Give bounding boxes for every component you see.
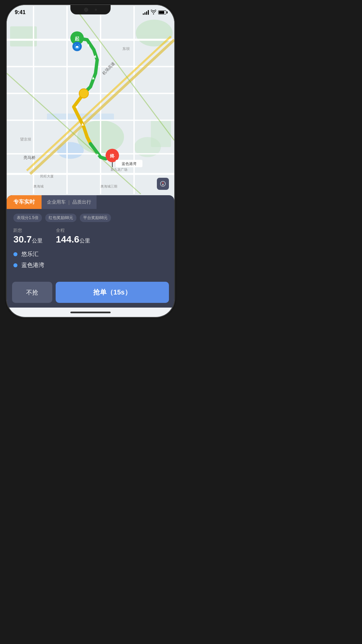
distance-from-label: 距您 [13,227,43,233]
status-icons [143,10,166,15]
svg-text:东坝: 东坝 [122,47,130,51]
origin-name: 悠乐汇 [21,250,39,258]
skip-button[interactable]: 不抢 [12,282,52,303]
signal-icon [143,10,149,15]
home-bar [70,312,111,313]
tab-express[interactable]: 专车实时 [7,195,42,209]
origin-dot [13,252,17,256]
badge-platform: 平台奖励88元 [80,214,111,222]
svg-text:民旺大厦: 民旺大厦 [40,174,54,178]
notch [70,5,111,14]
svg-text:新九龙广场: 新九龙广场 [111,168,127,171]
bottom-panel: 专车实时 企业用车 | 品质出行 表现分1.5倍 红包奖励88元 平台奖励88元 [7,195,174,317]
svg-point-1 [136,20,173,47]
svg-text:奥海城三期: 奥海城三期 [101,184,117,188]
map-area: 机场高速 亮马桥 东坝 望京坝 新九龙广场 民旺大厦 奥海城 奥海城三期 起 [7,5,174,195]
destination-name: 蓝色港湾 [21,261,44,269]
svg-text:望京坝: 望京坝 [20,137,31,141]
destination-dot [13,263,17,267]
distance-total-value: 144.6公里 [56,234,90,245]
badges-row: 表现分1.5倍 红包奖励88元 平台奖励88元 [13,214,168,222]
sensor [95,9,97,11]
screen: 9:41 [7,5,174,317]
wifi-icon [151,10,156,15]
badge-performance: 表现分1.5倍 [13,214,42,222]
tab-bar: 专车实时 企业用车 | 品质出行 [7,195,174,209]
svg-text:奥海城: 奥海城 [34,184,44,188]
distance-from-item: 距您 30.7公里 [13,227,43,245]
front-camera [84,8,88,12]
svg-text:蓝色港湾: 蓝色港湾 [122,162,136,166]
svg-rect-5 [151,120,171,147]
location-origin: 悠乐汇 [13,250,168,258]
battery-icon [158,10,166,14]
svg-text:起: 起 [75,36,79,41]
phone-frame: 9:41 [7,5,174,317]
distance-row: 距您 30.7公里 全程 144.6公里 [13,227,168,245]
badge-redpacket: 红包奖励88元 [45,214,76,222]
compass-button[interactable] [157,178,169,190]
svg-marker-52 [162,184,164,186]
distance-total-label: 全程 [56,227,90,233]
panel-content: 表现分1.5倍 红包奖励88元 平台奖励88元 距您 30.7公里 全程 [7,209,174,277]
distance-from-value: 30.7公里 [13,234,43,245]
svg-text:亮马桥: 亮马桥 [23,155,36,160]
distance-total-item: 全程 144.6公里 [56,227,90,245]
home-indicator [7,308,174,317]
svg-marker-51 [162,182,164,184]
grab-button[interactable]: 抢单（15s） [56,282,169,303]
status-time: 9:41 [15,9,25,15]
svg-point-30 [79,89,88,98]
action-buttons: 不抢 抢单（15s） [7,277,174,308]
tab-enterprise[interactable]: 企业用车 | 品质出行 [42,195,97,209]
svg-text:终: 终 [110,153,115,159]
location-destination: 蓝色港湾 [13,261,168,269]
